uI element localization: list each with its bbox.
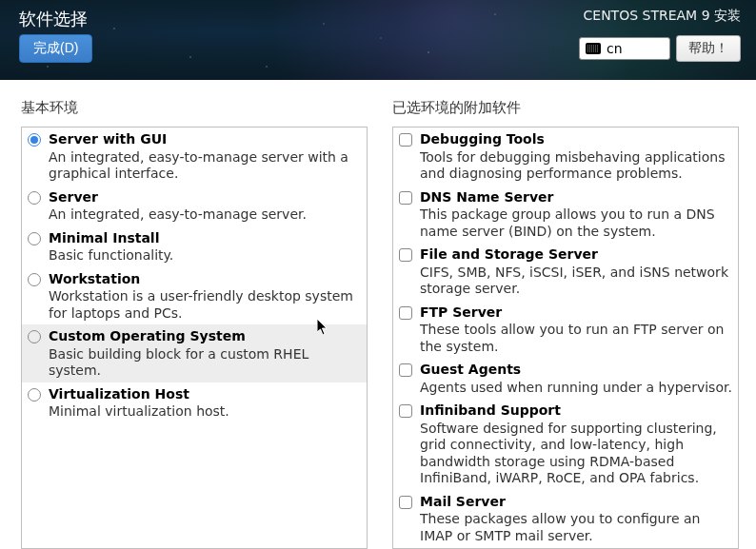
radio-button[interactable] [28,273,41,286]
environment-item-name: Server with GUI [49,131,361,148]
environment-item-name: Virtualization Host [49,386,361,403]
environment-item[interactable]: Minimal InstallBasic functionality. [22,226,367,267]
environment-item[interactable]: WorkstationWorkstation is a user-friendl… [22,267,367,325]
addon-item-name: Mail Server [420,494,732,511]
keyboard-layout-selector[interactable]: cn [579,37,670,60]
addon-item-desc: Software designed for supporting cluster… [420,421,732,487]
checkbox[interactable] [399,404,412,418]
checkbox[interactable] [399,133,412,147]
environment-item[interactable]: Virtualization HostMinimal virtualizatio… [22,382,367,423]
addons-column: 已选环境的附加软件 Debugging ToolsTools for debug… [392,99,739,549]
checkbox[interactable] [399,306,412,320]
addons-list[interactable]: Debugging ToolsTools for debugging misbe… [392,127,739,549]
addon-item-name: File and Storage Server [420,246,732,264]
addon-item[interactable]: FTP ServerThese tools allow you to run a… [393,301,738,359]
addon-item[interactable]: Debugging ToolsTools for debugging misbe… [393,127,738,186]
environment-item-desc: Minimal virtualization host. [49,403,361,421]
addons-heading: 已选环境的附加软件 [392,99,739,117]
environment-item-desc: An integrated, easy-to-manage server. [49,206,361,224]
radio-button[interactable] [28,191,41,205]
environment-item-desc: Basic functionality. [49,247,361,265]
keyboard-layout-code: cn [607,41,623,56]
environment-item-name: Workstation [49,271,361,288]
environment-item-desc: Basic building block for a custom RHEL s… [49,346,361,380]
checkbox[interactable] [399,363,412,377]
radio-button[interactable] [28,232,41,245]
help-button[interactable]: 帮助！ [676,35,741,62]
addon-item-name: Guest Agents [420,362,732,379]
addon-item-desc: CIFS, SMB, NFS, iSCSI, iSER, and iSNS ne… [420,265,732,298]
checkbox[interactable] [399,248,412,262]
radio-button[interactable] [28,388,41,402]
environment-item-name: Custom Operating System [49,328,361,345]
addon-item-name: Infiniband Support [420,402,732,420]
addon-item[interactable]: Mail ServerThese packages allow you to c… [393,490,738,548]
checkbox[interactable] [399,496,412,509]
addon-item-name: Debugging Tools [420,131,732,148]
environment-item-desc: Workstation is a user-friendly desktop s… [49,288,361,322]
environment-item-name: Minimal Install [49,230,361,247]
addon-item-desc: Tools for debugging misbehaving applicat… [420,149,732,183]
addon-item-desc: This package group allows you to run a D… [420,206,732,240]
radio-button[interactable] [28,330,41,343]
addon-item-name: DNS Name Server [420,189,732,206]
addon-item-desc: These packages allow you to configure an… [420,511,732,544]
installer-title: CENTOS STREAM 9 安装 [584,8,741,25]
done-button[interactable]: 完成(D) [19,34,92,63]
base-environment-list[interactable]: Server with GUIAn integrated, easy-to-ma… [21,127,368,549]
environment-item-desc: An integrated, easy-to-manage server wit… [49,149,361,183]
keyboard-icon [586,43,601,54]
addon-item-name: FTP Server [420,304,732,322]
environment-item[interactable]: Custom Operating SystemBasic building bl… [22,324,367,382]
addon-item[interactable]: File and Storage ServerCIFS, SMB, NFS, i… [393,243,738,301]
addon-item[interactable]: Guest AgentsAgents used when running und… [393,358,738,399]
environment-item[interactable]: ServerAn integrated, easy-to-manage serv… [22,186,367,226]
radio-button[interactable] [28,133,41,147]
addon-item[interactable]: DNS Name ServerThis package group allows… [393,186,738,244]
checkbox[interactable] [399,191,412,205]
base-environment-column: 基本环境 Server with GUIAn integrated, easy-… [21,99,368,549]
page-title: 软件选择 [19,8,88,30]
environment-item[interactable]: Server with GUIAn integrated, easy-to-ma… [22,127,367,186]
addon-item-desc: These tools allow you to run an FTP serv… [420,322,732,355]
base-environment-heading: 基本环境 [21,99,368,117]
environment-item-name: Server [49,189,361,206]
addon-item[interactable]: Infiniband SupportSoftware designed for … [393,399,738,490]
header: 软件选择 CENTOS STREAM 9 安装 完成(D) cn 帮助！ [0,0,756,80]
addon-item-desc: Agents used when running under a hypervi… [420,380,732,397]
